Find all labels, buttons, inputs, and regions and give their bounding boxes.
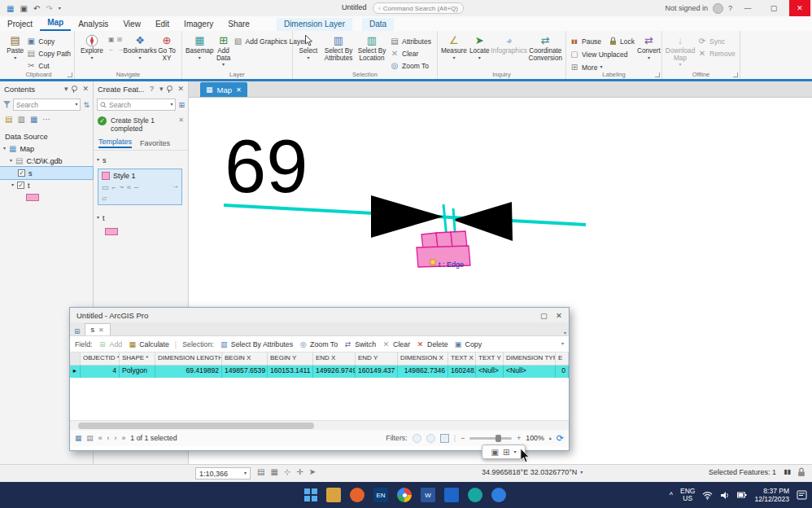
fixed-zoom-icon[interactable]: ⊞ xyxy=(117,36,123,43)
wifi-icon[interactable] xyxy=(702,491,713,500)
tab-data[interactable]: Data xyxy=(362,18,394,31)
close-map-tab-icon[interactable]: ✕ xyxy=(236,86,242,94)
labeling-dialog-launcher[interactable] xyxy=(655,72,660,77)
teams-icon[interactable] xyxy=(468,488,482,502)
copy-button[interactable]: ▣ Copy xyxy=(26,36,71,46)
chevron-down-icon[interactable]: ▾ xyxy=(561,342,564,346)
explore-button[interactable]: Explore ▾ xyxy=(78,33,106,60)
crosshair-icon[interactable]: ✛ xyxy=(296,467,303,476)
chevron-down-icon[interactable]: ▾ xyxy=(564,331,566,335)
close-panel-icon[interactable]: ✕ xyxy=(177,85,184,93)
maximize-button[interactable]: ▢ xyxy=(763,0,784,16)
word-icon[interactable]: W xyxy=(421,488,435,502)
tree-item-layer-s[interactable]: ✓ s xyxy=(0,167,93,179)
measure-button[interactable]: ∠ Measure ▾ xyxy=(441,33,467,60)
tab-favorites[interactable]: Favorites xyxy=(140,139,170,147)
column-header[interactable]: TEXT X xyxy=(448,353,476,365)
selection-filter-icon[interactable] xyxy=(440,434,449,443)
file-explorer-icon[interactable] xyxy=(326,488,341,502)
column-header[interactable]: BEGIN X xyxy=(222,353,268,365)
avatar[interactable] xyxy=(713,3,723,14)
scrollbar-thumb[interactable] xyxy=(78,423,314,429)
tab-edit[interactable]: Edit xyxy=(148,18,177,31)
table-row-selected[interactable]: ▸ 4 Polygon 69.419892 149857.6539 160153… xyxy=(70,366,569,378)
table-window-titlebar[interactable]: Untitled - ArcGIS Pro ▢ ✕ xyxy=(70,308,569,322)
copy-row-button[interactable]: ▣ Copy xyxy=(454,340,482,348)
template-search-input[interactable]: Search ▾ xyxy=(97,99,176,111)
grid-view-icon[interactable]: ▤ xyxy=(257,467,264,476)
column-header[interactable]: E xyxy=(556,353,569,365)
goto-xy-button[interactable]: ⊕ Go To XY xyxy=(156,33,177,62)
tab-share[interactable]: Share xyxy=(220,18,257,31)
tool-trace-icon[interactable]: ≈ xyxy=(127,183,131,191)
table-horizontal-scrollbar[interactable] xyxy=(70,420,569,430)
chevron-down-icon[interactable]: ▾ xyxy=(159,87,164,91)
add-data-button[interactable]: ⊞ Add Data ▾ xyxy=(216,33,231,67)
column-header[interactable]: END X xyxy=(313,353,356,365)
qat-customize-icon[interactable]: ▾ xyxy=(59,7,61,11)
add-field-button[interactable]: ⊞ Add xyxy=(98,340,123,348)
layout-view-icon[interactable]: ▦ xyxy=(270,467,277,476)
clipboard-dialog-launcher[interactable] xyxy=(68,72,72,77)
template-section-s[interactable]: ▾ s xyxy=(94,154,188,166)
last-record-icon[interactable]: » xyxy=(121,434,125,442)
table-view-icon[interactable]: ▦ xyxy=(75,434,81,442)
tab-view[interactable]: View xyxy=(116,18,148,31)
map-view-tab[interactable]: ▦ Map ✕ xyxy=(200,82,247,97)
list-by-selection-icon[interactable]: ▦ xyxy=(30,115,37,124)
tool-freehand-icon[interactable]: ~ xyxy=(120,183,124,191)
chevron-up-icon[interactable]: ▴ xyxy=(549,436,552,440)
notification-center-icon[interactable] xyxy=(797,490,807,500)
view-unplaced-button[interactable]: ▢ View Unplaced xyxy=(570,49,635,59)
expander-icon[interactable]: ▾ xyxy=(3,147,6,151)
tab-map[interactable]: Map xyxy=(40,16,71,31)
start-button[interactable] xyxy=(304,488,317,501)
template-section-t[interactable]: ▾ t xyxy=(94,212,188,224)
close-table-tab-icon[interactable]: ✕ xyxy=(98,326,104,334)
column-header[interactable]: TEXT Y xyxy=(476,353,504,365)
undo-icon[interactable]: ↶ xyxy=(33,4,40,13)
column-header[interactable]: DIMENSION X xyxy=(398,353,448,365)
infographics-button[interactable]: ◕ Infographics xyxy=(492,33,526,55)
first-record-icon[interactable]: « xyxy=(98,434,103,442)
lock-scale-icon[interactable] xyxy=(797,467,805,479)
cut-button[interactable]: ✂ Cut xyxy=(26,60,71,71)
pan-tool-icon[interactable]: ➤ xyxy=(309,467,316,476)
expander-icon[interactable]: ▾ xyxy=(10,159,12,163)
sort-icon[interactable]: ⇅ xyxy=(83,101,89,109)
close-button[interactable]: ✕ xyxy=(789,0,810,16)
pin-icon[interactable] xyxy=(71,85,76,93)
sync-button[interactable]: ⟳ Sync xyxy=(697,36,736,46)
template-item-t[interactable] xyxy=(94,226,188,238)
tree-item-gdb[interactable]: ▾ ▤ C:\D\K.gdb xyxy=(0,155,93,167)
more-views-icon[interactable]: ⋯ xyxy=(42,115,50,124)
template-card-style1[interactable]: Style 1 ▭ ⌐ ~ ≈ – ▱ → xyxy=(98,169,182,205)
select-all-corner[interactable] xyxy=(70,353,81,365)
calculate-button[interactable]: ▦ Calculate xyxy=(128,340,169,348)
redo-icon[interactable]: ↷ xyxy=(46,4,52,13)
attributes-button[interactable]: ▤ Attributes xyxy=(390,36,431,46)
table-zoom-slider[interactable] xyxy=(469,437,512,440)
previous-extent-icon[interactable]: ← xyxy=(108,46,115,53)
list-by-drawing-order-icon[interactable]: ▤ xyxy=(5,115,12,124)
table-select-by-attributes-button[interactable]: ▥ Select By Attributes xyxy=(220,340,293,348)
column-header[interactable]: DIMENSION LENGTH xyxy=(155,353,222,365)
command-search[interactable]: Command Search (Alt+Q) xyxy=(373,2,464,14)
download-map-button[interactable]: ↓ Download Map ▾ xyxy=(666,33,695,67)
tree-item-layer-t[interactable]: ▾ ✓ t xyxy=(0,179,93,191)
tree-item-map[interactable]: ▾ ▦ Map xyxy=(0,142,93,155)
filter-toggle-1-icon[interactable] xyxy=(413,434,421,443)
table-list-icon[interactable]: ⊞ xyxy=(72,327,82,335)
tool-rightangle-icon[interactable]: ⌐ xyxy=(112,183,116,191)
chrome-icon[interactable] xyxy=(397,488,412,502)
notepad-en-icon[interactable]: EN xyxy=(373,488,388,502)
zoom-to-button[interactable]: ◎ Zoom To xyxy=(390,60,431,71)
paste-button[interactable]: ▤ Paste ▾ xyxy=(7,33,24,60)
zoom-in-icon[interactable]: + xyxy=(517,434,521,442)
refresh-icon[interactable]: ⟳ xyxy=(557,433,564,444)
dismiss-notification-icon[interactable]: ✕ xyxy=(178,116,184,124)
layer-t-checkbox[interactable]: ✓ xyxy=(17,182,24,189)
tab-templates[interactable]: Templates xyxy=(98,138,132,148)
close-window-icon[interactable]: ✕ xyxy=(556,311,562,320)
snapping-icon[interactable]: ⊞ xyxy=(503,448,509,457)
